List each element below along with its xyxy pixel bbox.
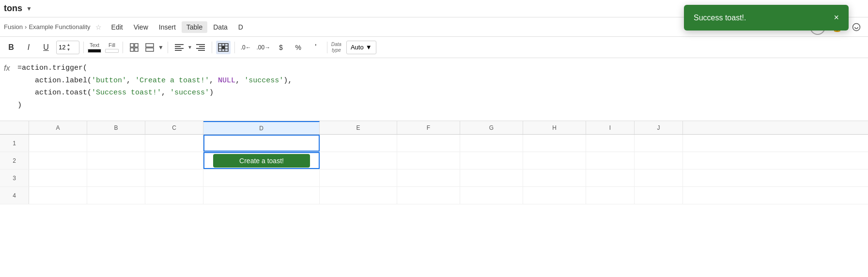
percent-button[interactable]: % (291, 41, 306, 54)
grid-compact-button[interactable] (127, 41, 141, 54)
cell-C4[interactable] (145, 187, 203, 204)
breadcrumb-example[interactable]: Example Functionality (29, 23, 90, 31)
grid-expand-button[interactable] (142, 41, 157, 54)
cell-A2[interactable] (29, 152, 87, 169)
cell-C2[interactable] (145, 152, 203, 169)
menu-data[interactable]: Data (208, 21, 232, 33)
cell-J1[interactable] (635, 135, 683, 152)
align-dropdown-arrow[interactable]: ▼ (187, 45, 192, 50)
fill-color-group[interactable]: Fill (105, 42, 119, 53)
italic-button[interactable]: I (21, 41, 36, 54)
cell-B2[interactable] (87, 152, 145, 169)
formula-content[interactable]: =action.trigger( action.label('button', … (17, 62, 292, 111)
cell-J2[interactable] (635, 152, 683, 169)
bold-button[interactable]: B (4, 41, 18, 54)
grid-expand-arrow[interactable]: ▼ (158, 44, 164, 51)
cell-B3[interactable] (87, 169, 145, 186)
font-size-up-arrow[interactable]: ▲ (66, 43, 70, 47)
table-row: 3 (0, 169, 868, 187)
cell-C1[interactable] (145, 135, 203, 152)
cell-F4[interactable] (397, 187, 460, 204)
toast-message: Success toast!. (694, 14, 746, 22)
menu-d[interactable]: D (233, 21, 248, 33)
menu-edit[interactable]: Edit (107, 21, 128, 33)
cell-I3[interactable] (586, 169, 635, 186)
cell-A1[interactable] (29, 135, 87, 152)
col-header-E[interactable]: E (320, 121, 397, 134)
cell-F3[interactable] (397, 169, 460, 186)
divider-1 (83, 42, 84, 53)
divider-6 (327, 42, 327, 53)
cell-F2[interactable] (397, 152, 460, 169)
decrease-decimal-button[interactable]: .0← (239, 41, 253, 54)
data-type-top-label: Data (331, 42, 341, 47)
text-color-group[interactable]: Text (88, 42, 101, 53)
fill-color-swatch[interactable] (105, 49, 119, 53)
breadcrumb-separator: › (25, 23, 27, 31)
create-toast-button[interactable]: Create a toast! (213, 154, 310, 168)
cell-G3[interactable] (460, 169, 523, 186)
col-header-G[interactable]: G (460, 121, 523, 134)
settings-icon[interactable] (849, 19, 864, 35)
cell-G4[interactable] (460, 187, 523, 204)
cell-J3[interactable] (635, 169, 683, 186)
svg-rect-14 (198, 50, 205, 51)
col-header-B[interactable]: B (87, 121, 145, 134)
cell-I1[interactable] (586, 135, 635, 152)
increase-decimal-button[interactable]: .00→ (256, 41, 271, 54)
cell-E4[interactable] (320, 187, 397, 204)
app-dropdown-arrow[interactable]: ▼ (26, 5, 32, 12)
menu-insert[interactable]: Insert (154, 21, 181, 33)
toast-close-button[interactable]: × (834, 13, 839, 23)
divider-5 (234, 42, 235, 53)
cell-G2[interactable] (460, 152, 523, 169)
cell-A4[interactable] (29, 187, 87, 204)
cell-D3[interactable] (203, 169, 320, 186)
cell-D4[interactable] (203, 187, 320, 204)
cell-I4[interactable] (586, 187, 635, 204)
cell-C3[interactable] (145, 169, 203, 186)
row-number-header (0, 121, 29, 134)
cell-E2[interactable] (320, 152, 397, 169)
cell-E3[interactable] (320, 169, 397, 186)
cell-E1[interactable] (320, 135, 397, 152)
menu-table[interactable]: Table (182, 21, 207, 33)
col-header-C[interactable]: C (145, 121, 203, 134)
breadcrumb-fusion[interactable]: Fusion (4, 23, 23, 31)
align-left-button[interactable] (172, 41, 186, 54)
col-header-I[interactable]: I (586, 121, 635, 134)
menu-view[interactable]: View (129, 21, 153, 33)
merge-center-button[interactable] (216, 41, 231, 54)
cell-B4[interactable] (87, 187, 145, 204)
col-header-A[interactable]: A (29, 121, 87, 134)
cell-I2[interactable] (586, 152, 635, 169)
cell-G1[interactable] (460, 135, 523, 152)
cell-J4[interactable] (635, 187, 683, 204)
col-header-D[interactable]: D (203, 121, 320, 134)
svg-rect-10 (175, 50, 182, 51)
cell-A3[interactable] (29, 169, 87, 186)
cell-H4[interactable] (523, 187, 586, 204)
svg-rect-7 (175, 44, 184, 45)
text-color-swatch[interactable] (88, 49, 101, 53)
star-icon[interactable]: ☆ (95, 23, 102, 31)
align-right-button[interactable] (193, 41, 208, 54)
col-header-J[interactable]: J (635, 121, 683, 134)
col-header-F[interactable]: F (397, 121, 460, 134)
currency-button[interactable]: $ (274, 41, 288, 54)
font-size-arrows[interactable]: ▲ ▼ (66, 43, 70, 52)
font-size-down-arrow[interactable]: ▼ (66, 47, 70, 52)
cell-D2[interactable]: Create a toast! (203, 152, 320, 169)
comma-button[interactable]: ' (309, 41, 323, 54)
cell-H2[interactable] (523, 152, 586, 169)
underline-button[interactable]: U (39, 41, 53, 54)
cell-F1[interactable] (397, 135, 460, 152)
cell-H3[interactable] (523, 169, 586, 186)
formula-line-4: ) (17, 99, 292, 112)
cell-H1[interactable] (523, 135, 586, 152)
svg-rect-6 (146, 48, 154, 51)
cell-D1[interactable] (203, 135, 320, 152)
cell-B1[interactable] (87, 135, 145, 152)
auto-dropdown[interactable]: Auto ▼ (346, 41, 376, 54)
col-header-H[interactable]: H (523, 121, 586, 134)
